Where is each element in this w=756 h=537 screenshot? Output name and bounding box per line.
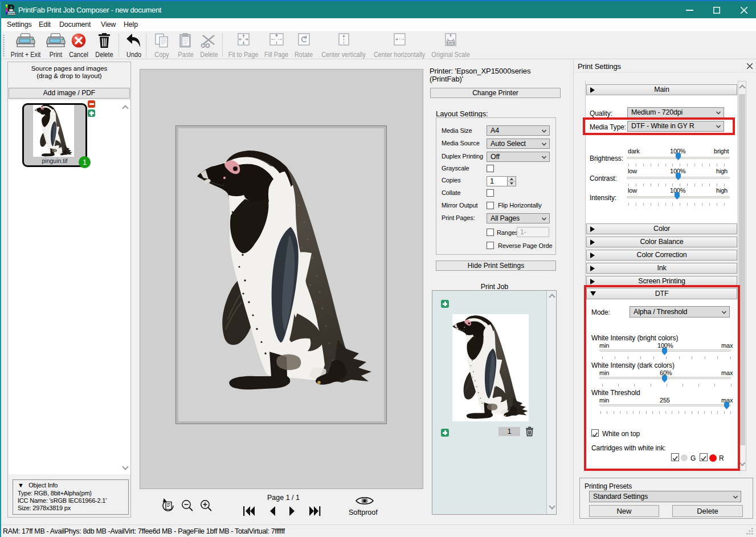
svg-text:100%: 100% [447, 41, 455, 44]
